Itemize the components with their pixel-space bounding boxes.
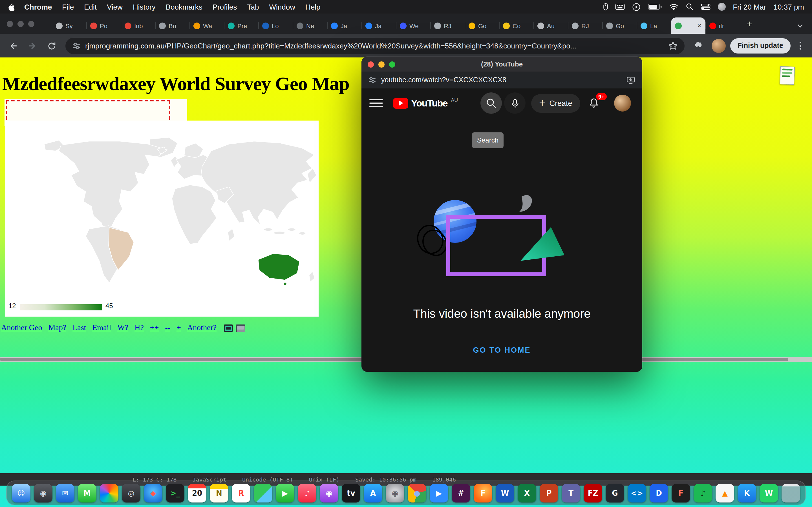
play-icon[interactable] [632, 3, 640, 11]
dock-app-finder[interactable]: ☺ [12, 484, 31, 502]
browser-menu-icon[interactable] [795, 38, 805, 53]
browser-tab[interactable]: Go × [602, 17, 637, 34]
dock-app-reminders[interactable]: R [232, 484, 250, 502]
page-link[interactable]: + [176, 323, 181, 332]
browser-tab[interactable]: Au × [534, 17, 568, 34]
browser-tab[interactable]: Ja × [327, 17, 361, 34]
youtube-titlebar[interactable]: (28) YouTube [361, 57, 642, 71]
apple-menu[interactable] [8, 3, 15, 11]
minimize-window-button[interactable] [378, 61, 385, 67]
go-to-home-label[interactable]: GO TO HOME [464, 341, 540, 359]
keyboard-icon[interactable] [615, 3, 624, 10]
dock-app-firefox[interactable]: F [474, 484, 492, 502]
dock-app-photos[interactable] [100, 484, 118, 502]
dock-app-trash[interactable] [781, 484, 800, 502]
browser-tab[interactable]: Ne × [293, 17, 327, 34]
browser-tab[interactable]: Sy × [52, 17, 86, 34]
dock-app-facetime[interactable]: ▶ [276, 484, 294, 502]
browser-tab[interactable]: Ja × [361, 17, 396, 34]
browser-tab[interactable]: We × [396, 17, 430, 34]
dock-app-docker[interactable]: D [650, 484, 668, 502]
profile-avatar[interactable] [712, 39, 726, 53]
battery-icon[interactable] [648, 3, 662, 10]
new-tab-button[interactable]: + [742, 17, 757, 32]
dock-app-spotify[interactable]: ♪ [694, 484, 712, 502]
finish-update-button[interactable]: Finish update [730, 38, 791, 53]
page-link[interactable]: Another? [187, 323, 216, 332]
dock-app-powerpoint[interactable]: P [540, 484, 558, 502]
dock-app-chrome[interactable]: ● [408, 484, 426, 502]
page-link[interactable]: Another Geo [1, 323, 42, 332]
menu-item[interactable]: Edit [84, 3, 97, 11]
browser-tab[interactable]: Bri × [155, 17, 190, 34]
dock-app-figma[interactable]: F [672, 484, 690, 502]
reload-button[interactable] [43, 37, 60, 54]
computer-icon[interactable] [236, 324, 245, 332]
browser-tab[interactable]: × [671, 17, 705, 34]
wifi-icon[interactable] [669, 3, 678, 10]
browser-tab[interactable]: Wa × [190, 17, 224, 34]
menu-date[interactable]: Fri 20 Mar [733, 3, 766, 11]
dock-app-vlc[interactable]: ▲ [716, 484, 734, 502]
tv-icon[interactable] [224, 324, 233, 332]
page-link[interactable]: Email [92, 323, 111, 332]
tab-search-chevron[interactable] [796, 22, 804, 29]
dock-app-teams[interactable]: T [562, 484, 580, 502]
browser-tab[interactable]: Co × [499, 17, 534, 34]
close-window-button[interactable] [368, 61, 374, 67]
bookmark-star-icon[interactable] [668, 41, 678, 50]
menu-time[interactable]: 10:37 pm [774, 3, 804, 11]
menu-item[interactable]: View [107, 3, 123, 11]
menu-item[interactable]: History [133, 3, 156, 11]
dock-app-camera[interactable]: ◎ [122, 484, 140, 502]
address-bar[interactable]: rjmprogramming.com.au/PHP/GeoChart/geo_c… [65, 38, 684, 54]
dock-app-keynote[interactable]: K [738, 484, 756, 502]
dock-app-word[interactable]: W [496, 484, 514, 502]
page-link[interactable]: W? [117, 323, 128, 332]
control-center-icon[interactable] [701, 3, 710, 10]
extensions-puzzle-icon[interactable] [690, 37, 707, 54]
dock-app-mail[interactable]: ✉ [56, 484, 74, 502]
menu-item[interactable]: Bookmarks [166, 3, 202, 11]
zoom-window-button[interactable] [28, 21, 35, 27]
dock-app-calendar[interactable]: 20 [188, 484, 206, 502]
page-link[interactable]: Last [72, 323, 86, 332]
voice-search-button[interactable] [504, 93, 525, 114]
notifications-button[interactable]: 9+ [587, 96, 602, 110]
youtube-url-bar[interactable]: youtube.com/watch?v=CXCXCXCXCX8 [361, 71, 642, 89]
dock-app-excel[interactable]: X [518, 484, 536, 502]
menu-item[interactable]: Profiles [213, 3, 237, 11]
youtube-logo[interactable]: YouTube AU [393, 97, 458, 109]
note-thumbnail[interactable] [779, 66, 795, 85]
url-text[interactable]: youtube.com/watch?v=CXCXCXCXCX8 [381, 76, 621, 84]
dock-app-app-store[interactable]: A [364, 484, 382, 502]
dock-app-filezilla[interactable]: FZ [583, 484, 602, 502]
dock-app-music[interactable]: ♪ [298, 484, 316, 502]
page-link[interactable]: -- [165, 323, 170, 332]
dock-app-slack[interactable]: # [452, 484, 470, 502]
menu-item[interactable]: Chrome [24, 3, 52, 11]
browser-tab[interactable]: Pre × [224, 17, 258, 34]
minimize-window-button[interactable] [17, 21, 24, 27]
tab-close-icon[interactable]: × [697, 22, 702, 29]
spotlight-icon[interactable] [686, 3, 693, 11]
url-text[interactable]: rjmprogramming.com.au/PHP/GeoChart/geo_c… [85, 41, 664, 50]
menu-item[interactable]: Help [305, 3, 320, 11]
create-button[interactable]: + Create [531, 94, 580, 112]
page-link[interactable]: Map? [48, 323, 66, 332]
menu-item[interactable]: Window [269, 3, 296, 11]
forward-button[interactable] [24, 37, 41, 54]
dock-app-safari[interactable]: ◆ [144, 484, 162, 502]
dock-app-settings[interactable]: ◉ [386, 484, 404, 502]
dock-app-maps[interactable] [254, 484, 272, 502]
menu-item[interactable]: Tab [247, 3, 259, 11]
browser-tab[interactable]: La × [637, 17, 671, 34]
dock-app-terminal[interactable]: >_ [166, 484, 185, 502]
hamburger-menu-icon[interactable] [369, 96, 383, 110]
browser-tab[interactable]: Po × [86, 17, 121, 34]
dock-app-vscode[interactable]: <> [627, 484, 646, 502]
dock-app-whatsapp[interactable]: W [760, 484, 778, 502]
dock-app-zoom[interactable]: ▶ [430, 484, 448, 502]
dock-app-messages[interactable]: M [78, 484, 96, 502]
geo-chart[interactable]: 12 45 [5, 121, 319, 317]
